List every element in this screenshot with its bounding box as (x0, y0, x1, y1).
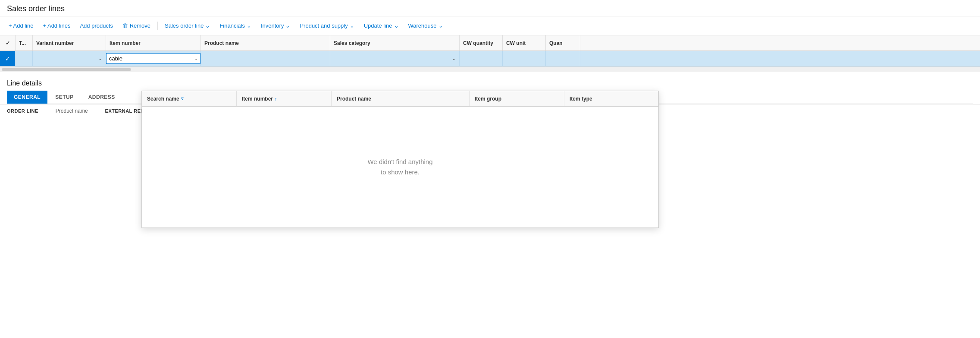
row-cw-unit (503, 51, 546, 66)
header-variant: Variant number (33, 35, 106, 51)
header-cw-unit: CW unit (503, 35, 546, 51)
chevron-down-icon: ⌄ (394, 22, 399, 29)
chevron-down-icon: ⌄ (350, 22, 354, 29)
dropdown-col-search: Search name ▿ (142, 91, 237, 106)
update-line-button[interactable]: Update line ⌄ (360, 20, 403, 32)
chevron-down-icon: ⌄ (205, 22, 210, 29)
product-and-supply-button[interactable]: Product and supply ⌄ (295, 20, 358, 32)
table-row: ✓ ⌄ ⌄ ⌄ (0, 51, 980, 66)
bottom-order-line: ORDER LINE (7, 108, 38, 114)
warehouse-button[interactable]: Warehouse ⌄ (404, 20, 448, 32)
chevron-down-icon: ⌄ (285, 22, 290, 29)
tab-general[interactable]: GENERAL (7, 91, 47, 104)
row-quan (546, 51, 580, 66)
dropdown-header: Search name ▿ Item number ↑ Product name… (142, 91, 658, 107)
sort-asc-icon[interactable]: ↑ (275, 96, 277, 101)
tab-setup[interactable]: SETUP (48, 91, 81, 104)
remove-button[interactable]: 🗑 Remove (118, 20, 155, 32)
tab-address[interactable]: ADDRESS (81, 91, 122, 104)
dropdown-body: We didn't find anything to show here. (142, 107, 658, 117)
inventory-button[interactable]: Inventory ⌄ (257, 20, 294, 32)
item-number-input[interactable] (106, 53, 200, 64)
add-line-button[interactable]: + Add line (4, 20, 38, 32)
bottom-product-name: Product name (56, 108, 88, 114)
dropdown-col-itemno: Item number ↑ (237, 91, 332, 106)
item-lookup-dropdown: Search name ▿ Item number ↑ Product name… (141, 91, 659, 117)
sales-order-line-button[interactable]: Sales order line ⌄ (160, 20, 214, 32)
horizontal-scrollbar[interactable] (0, 66, 980, 72)
row-variant: ⌄ (33, 51, 106, 66)
line-details-title: Line details (7, 79, 973, 87)
chevron-down-icon: ⌄ (247, 22, 251, 29)
header-check[interactable]: ✓ (0, 35, 16, 51)
row-t (16, 51, 33, 66)
item-input-wrapper: ⌄ (106, 53, 200, 64)
dropdown-col-type: Item type (564, 91, 658, 106)
row-sales-cat: ⌄ (330, 51, 460, 66)
filter-icon[interactable]: ▿ (181, 96, 184, 101)
toolbar: + Add line + Add lines Add products 🗑 Re… (0, 16, 980, 35)
add-lines-button[interactable]: + Add lines (38, 20, 75, 32)
header-cw-qty: CW quantity (460, 35, 503, 51)
row-item: ⌄ (106, 51, 201, 66)
row-checkbox[interactable]: ✓ (0, 51, 16, 66)
chevron-down-icon: ⌄ (438, 22, 443, 29)
financials-button[interactable]: Financials ⌄ (215, 20, 256, 32)
page-title: Sales order lines (0, 0, 980, 16)
row-product (201, 51, 330, 66)
variant-dropdown-icon[interactable]: ⌄ (98, 56, 102, 61)
sales-cat-dropdown-icon[interactable]: ⌄ (452, 56, 456, 61)
dropdown-col-group: Item group (470, 91, 564, 106)
add-products-button[interactable]: Add products (75, 20, 117, 32)
scrollbar-track[interactable] (2, 68, 131, 71)
header-product: Product name (201, 35, 330, 51)
header-quan: Quan (546, 35, 580, 51)
header-t: T... (16, 35, 33, 51)
row-cw-qty (460, 51, 503, 66)
header-item: Item number (106, 35, 201, 51)
grid-header: ✓ T... Variant number Item number Produc… (0, 35, 980, 51)
toolbar-separator (157, 22, 158, 30)
dropdown-col-product: Product name (332, 91, 470, 106)
header-sales-cat: Sales category (330, 35, 460, 51)
